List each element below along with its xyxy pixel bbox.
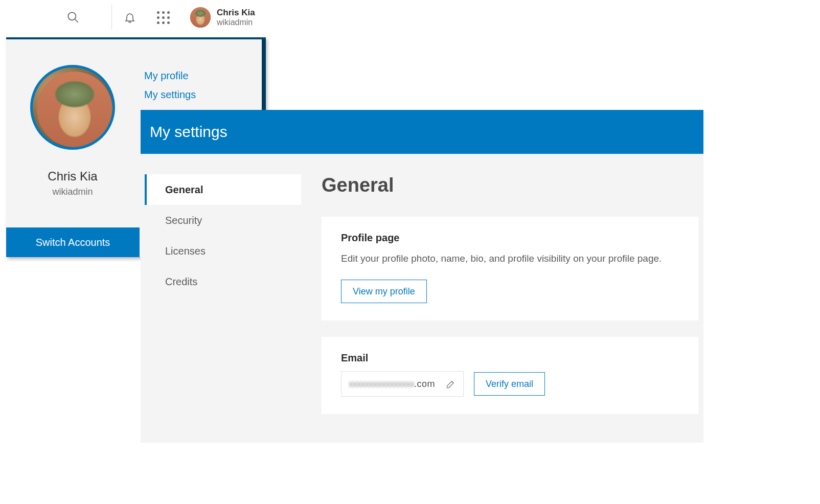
user-name: Chris Kia	[217, 8, 255, 18]
link-my-settings[interactable]: My settings	[144, 89, 266, 101]
profile-card-title: Profile page	[341, 232, 679, 244]
settings-sidebar: General Security Licenses Credits	[141, 174, 301, 430]
email-card: Email xxxxxxxxxxxxxxxx.com Verify email	[322, 337, 698, 414]
link-my-profile[interactable]: My profile	[144, 70, 266, 82]
view-profile-button[interactable]: View my profile	[341, 280, 427, 303]
tab-licenses[interactable]: Licenses	[145, 236, 301, 266]
settings-page: My settings General Security Licenses Cr…	[141, 110, 703, 443]
content-title: General	[322, 174, 698, 196]
switch-accounts-button[interactable]: Switch Accounts	[6, 227, 140, 257]
avatar	[190, 7, 211, 28]
dropdown-user-name: Chris Kia	[48, 169, 97, 184]
top-nav: Chris Kia wikiadmin	[0, 0, 266, 35]
divider	[111, 5, 112, 30]
svg-line-1	[75, 19, 78, 22]
tab-credits[interactable]: Credits	[145, 266, 301, 297]
user-role: wikiadmin	[217, 18, 255, 27]
apps-grid-icon[interactable]	[157, 11, 170, 24]
bell-icon[interactable]	[123, 11, 136, 24]
user-menu-trigger[interactable]: Chris Kia wikiadmin	[190, 0, 255, 33]
pencil-icon[interactable]	[446, 379, 456, 389]
profile-card-text: Edit your profile photo, name, bio, and …	[341, 251, 679, 266]
avatar-large	[30, 65, 115, 150]
svg-point-0	[68, 12, 76, 20]
tab-general[interactable]: General	[145, 174, 301, 205]
email-value: xxxxxxxxxxxxxxxx.com	[349, 379, 435, 390]
profile-card: Profile page Edit your profile photo, na…	[322, 217, 698, 320]
tab-security[interactable]: Security	[145, 205, 301, 236]
email-card-title: Email	[341, 352, 679, 364]
page-title: My settings	[141, 110, 703, 154]
verify-email-button[interactable]: Verify email	[474, 372, 545, 396]
email-field[interactable]: xxxxxxxxxxxxxxxx.com	[341, 371, 464, 397]
search-icon[interactable]	[66, 11, 80, 24]
dropdown-user-role: wikiadmin	[52, 187, 93, 197]
